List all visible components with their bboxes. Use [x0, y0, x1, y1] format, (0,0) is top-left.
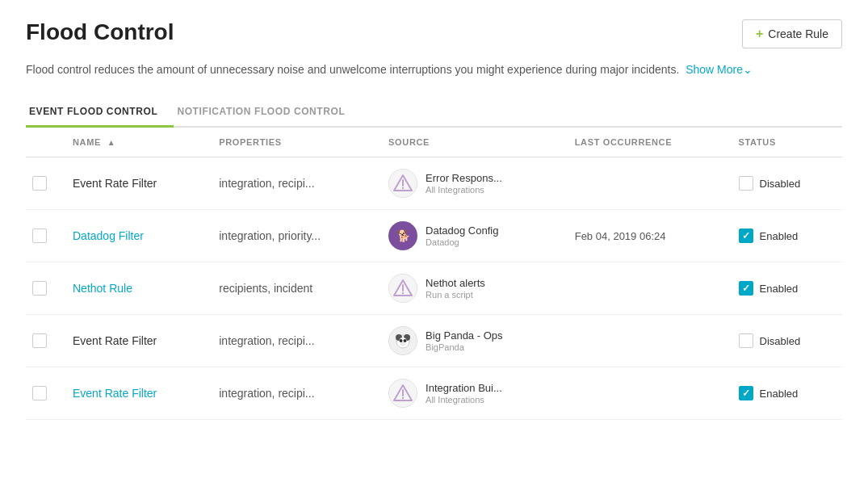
- page-wrapper: Flood Control + Create Rule Flood contro…: [0, 0, 868, 478]
- col-source: SOURCE: [375, 128, 562, 157]
- status-label: Enabled: [760, 388, 799, 400]
- col-properties: PROPERTIES: [206, 128, 375, 157]
- source-sub: Run a script: [426, 290, 485, 300]
- source-info: Datadog Config Datadog: [426, 224, 498, 247]
- row-name: Event Rate Filter: [73, 334, 157, 347]
- row-source-cell: Integration Bui... All Integrations: [375, 367, 562, 420]
- table-row: Nethot Rule recipients, incident Nethot …: [26, 262, 842, 315]
- row-checkbox[interactable]: [32, 176, 47, 191]
- row-properties-cell: integration, recipi...: [206, 157, 375, 210]
- source-icon-alert: [388, 169, 417, 198]
- svg-point-17: [400, 343, 405, 346]
- row-name-cell: Nethot Rule: [60, 262, 206, 315]
- source-sub: BigPanda: [426, 342, 502, 352]
- source-info: Big Panda - Ops BigPanda: [426, 329, 502, 352]
- source-info: Integration Bui... All Integrations: [426, 382, 502, 405]
- row-source-cell: 🐕 Datadog Config Datadog: [375, 210, 562, 262]
- svg-point-15: [400, 339, 403, 342]
- status-toggle[interactable]: [739, 333, 753, 348]
- row-select-cell: [26, 367, 60, 420]
- row-name-link[interactable]: Event Rate Filter: [73, 387, 157, 400]
- row-last-occurrence: [562, 157, 726, 210]
- source-name: Error Respons...: [426, 172, 502, 184]
- sort-arrow-icon: ▲: [107, 138, 116, 147]
- source-icon-bigpanda: [388, 326, 417, 355]
- tab-notification-flood-control[interactable]: NOTIFICATION FLOOD CONTROL: [174, 98, 361, 128]
- row-name-link[interactable]: Nethot Rule: [73, 282, 132, 295]
- table-row: Datadog Filter integration, priority... …: [26, 210, 842, 262]
- source-sub: All Integrations: [426, 185, 502, 195]
- status-label: Enabled: [760, 283, 799, 295]
- create-rule-label: Create Rule: [768, 27, 828, 40]
- row-checkbox[interactable]: [32, 333, 47, 348]
- row-status-cell: Disabled: [726, 315, 842, 367]
- row-select-cell: [26, 262, 60, 315]
- row-select-cell: [26, 315, 60, 367]
- row-last-occurrence: Feb 04, 2019 06:24: [562, 210, 726, 262]
- row-status-cell: Enabled: [726, 210, 842, 262]
- row-source-cell: Nethot alerts Run a script: [375, 262, 562, 315]
- row-properties-cell: integration, recipi...: [206, 315, 375, 367]
- show-more-link[interactable]: Show More⌄: [686, 63, 753, 76]
- source-icon-alert: [388, 379, 417, 408]
- table-row: Event Rate Filter integration, recipi...…: [26, 157, 842, 210]
- create-rule-button[interactable]: + Create Rule: [742, 19, 842, 48]
- row-status-cell: Enabled: [726, 262, 842, 315]
- row-name-cell: Datadog Filter: [60, 210, 206, 262]
- source-info: Nethot alerts Run a script: [426, 277, 485, 300]
- source-name: Datadog Config: [426, 224, 498, 237]
- plus-icon: +: [756, 27, 763, 41]
- flood-control-table: NAME ▲ PROPERTIES SOURCE LAST OCCURRENCE…: [26, 128, 842, 420]
- status-toggle[interactable]: [739, 386, 753, 400]
- row-source-cell: Error Respons... All Integrations: [375, 157, 562, 210]
- row-name-link[interactable]: Datadog Filter: [73, 229, 144, 242]
- row-properties-cell: integration, priority...: [206, 210, 375, 262]
- status-label: Disabled: [760, 335, 801, 347]
- tab-event-flood-control[interactable]: EVENT FLOOD CONTROL: [26, 98, 174, 128]
- source-info: Error Respons... All Integrations: [426, 172, 502, 195]
- status-toggle[interactable]: [739, 281, 753, 296]
- tabs-bar: EVENT FLOOD CONTROL NOTIFICATION FLOOD C…: [26, 98, 842, 128]
- source-sub: Datadog: [426, 237, 498, 247]
- description: Flood control reduces the amount of unne…: [26, 61, 842, 78]
- col-status: STATUS: [726, 128, 842, 157]
- svg-text:🐕: 🐕: [396, 229, 411, 243]
- svg-point-16: [404, 339, 407, 342]
- svg-point-21: [402, 397, 404, 399]
- row-status-cell: Enabled: [726, 367, 842, 420]
- status-toggle[interactable]: [739, 176, 753, 191]
- row-name-cell: Event Rate Filter: [60, 315, 206, 367]
- row-name-cell: Event Rate Filter: [60, 157, 206, 210]
- row-name-cell: Event Rate Filter: [60, 367, 206, 420]
- table-header-row: NAME ▲ PROPERTIES SOURCE LAST OCCURRENCE…: [26, 128, 842, 157]
- page-title: Flood Control: [26, 19, 174, 45]
- source-icon-datadog: 🐕: [388, 221, 417, 250]
- row-name: Event Rate Filter: [73, 177, 157, 190]
- status-label: Disabled: [760, 178, 801, 190]
- col-name[interactable]: NAME ▲: [60, 128, 206, 157]
- row-select-cell: [26, 157, 60, 210]
- source-name: Big Panda - Ops: [426, 329, 502, 342]
- select-all-header: [26, 128, 60, 157]
- status-label: Enabled: [760, 230, 799, 242]
- row-checkbox[interactable]: [32, 281, 47, 296]
- source-name: Nethot alerts: [426, 277, 485, 289]
- source-icon-alert: [388, 274, 417, 303]
- row-last-occurrence: [562, 367, 726, 420]
- table-row: Event Rate Filter integration, recipi...…: [26, 315, 842, 367]
- row-properties-cell: integration, recipi...: [206, 367, 375, 420]
- row-properties-cell: recipients, incident: [206, 262, 375, 315]
- row-checkbox[interactable]: [32, 386, 47, 400]
- col-last-occurrence: LAST OCCURRENCE: [562, 128, 726, 157]
- row-checkbox[interactable]: [32, 229, 47, 243]
- table-row: Event Rate Filter integration, recipi...…: [26, 367, 842, 420]
- row-select-cell: [26, 210, 60, 262]
- source-sub: All Integrations: [426, 395, 502, 405]
- row-source-cell: Big Panda - Ops BigPanda: [375, 315, 562, 367]
- row-last-occurrence: [562, 262, 726, 315]
- source-name: Integration Bui...: [426, 382, 502, 394]
- svg-point-9: [402, 292, 404, 294]
- status-toggle[interactable]: [739, 229, 753, 243]
- svg-point-3: [402, 187, 404, 189]
- header-row: Flood Control + Create Rule: [26, 19, 842, 48]
